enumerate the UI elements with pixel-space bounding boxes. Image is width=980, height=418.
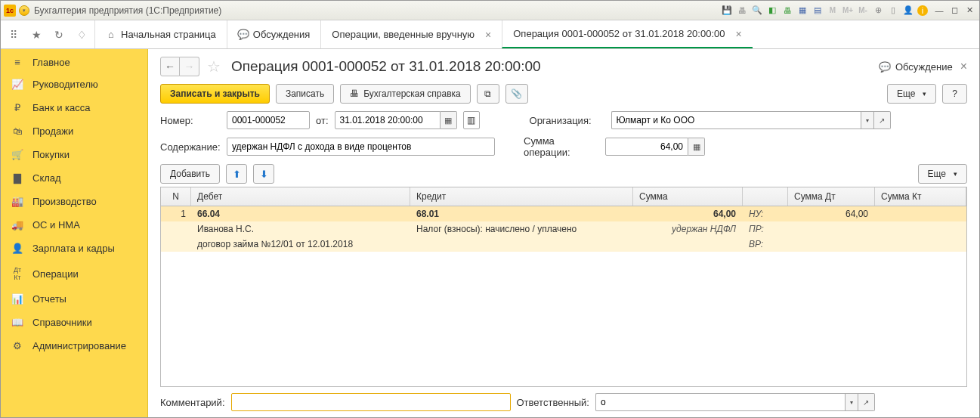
comment-label: Комментарий: — [160, 397, 225, 408]
sidebar-item-warehouse[interactable]: ▇Склад — [1, 166, 147, 190]
sidebar-item-catalogs[interactable]: 📖Справочники — [1, 311, 147, 334]
sidebar-item-label: ОС и НМА — [32, 219, 80, 231]
nav-forward-button[interactable]: → — [180, 57, 199, 76]
move-down-button[interactable]: ⬇ — [253, 164, 274, 184]
person-icon: 👤 — [11, 243, 23, 254]
open-ref-icon[interactable]: ↗ — [858, 393, 875, 411]
calc-icon[interactable]: ▦ — [796, 5, 808, 17]
close-icon[interactable]: × — [485, 29, 491, 41]
table-row[interactable]: договор займа №12/01 от 12.01.2018 ВР: — [161, 237, 966, 252]
entries-grid: N Дебет Кредит Сумма Сумма Дт Сумма Кт 1… — [160, 187, 967, 387]
compare-icon[interactable]: ◧ — [766, 5, 778, 17]
print2-icon[interactable]: 🖶 — [781, 5, 793, 17]
sidebar-item-reports[interactable]: 📊Отчеты — [1, 287, 147, 311]
user-icon[interactable]: 👤 — [902, 5, 914, 17]
titlebar: 1c ▾ Бухгалтерия предприятия (1С:Предпри… — [1, 1, 979, 20]
maximize-button[interactable]: ◻ — [948, 5, 961, 16]
table-more-button[interactable]: Еще — [918, 164, 967, 184]
more-button[interactable]: Еще — [887, 84, 936, 104]
help-button[interactable]: ? — [942, 84, 967, 104]
print-ref-button[interactable]: 🖶Бухгалтерская справка — [340, 84, 471, 104]
col-flags[interactable] — [743, 187, 788, 206]
number-field[interactable] — [227, 111, 310, 129]
app-logo-icon: 1c — [4, 5, 16, 17]
table-row[interactable]: 1 66.04 68.01 64,00 НУ: 64,00 — [161, 206, 966, 221]
sidebar-item-admin[interactable]: ⚙Администрирование — [1, 334, 147, 358]
table-row[interactable]: Иванова Н.С. Налог (взносы): начислено /… — [161, 221, 966, 237]
zoom-icon[interactable]: ⊕ — [872, 5, 884, 17]
close-window-button[interactable]: ✕ — [963, 5, 976, 16]
cell-sum: 64,00 — [633, 206, 743, 221]
preview-icon[interactable]: 🔍 — [751, 5, 763, 17]
chart-icon: 📈 — [11, 79, 23, 90]
panels-icon[interactable]: ▯ — [887, 5, 899, 17]
cell-deb-acct: 66.04 — [191, 206, 410, 221]
col-credit[interactable]: Кредит — [410, 187, 633, 206]
save-button[interactable]: Записать — [276, 84, 334, 104]
tab-discussions[interactable]: 💬 Обсуждения — [227, 20, 321, 48]
favorite-star-icon[interactable]: ☆ — [207, 57, 224, 76]
col-debit[interactable]: Дебет — [191, 187, 410, 206]
app-menu-dropdown[interactable]: ▾ — [19, 5, 29, 16]
date-field[interactable] — [335, 111, 441, 129]
sidebar-item-hr[interactable]: 👤Зарплата и кадры — [1, 237, 147, 260]
sidebar-item-operations[interactable]: ДтКтОперации — [1, 260, 147, 287]
calc-icon[interactable]: ▦ — [688, 138, 705, 156]
tab-manual-ops[interactable]: Операции, введенные вручную × — [320, 20, 502, 48]
home-icon: ⌂ — [106, 29, 116, 40]
calendar-icon[interactable]: ▦ — [441, 111, 457, 129]
add-row-button[interactable]: Добавить — [160, 164, 220, 184]
mem-mminus[interactable]: M- — [857, 5, 869, 17]
sum-field[interactable] — [605, 138, 688, 156]
close-icon[interactable]: × — [735, 28, 741, 40]
sidebar-item-sales[interactable]: 🛍Продажи — [1, 119, 147, 143]
gear-icon: ⚙ — [11, 340, 23, 351]
attach-button[interactable]: 📎 — [505, 84, 528, 104]
content-field[interactable] — [227, 138, 495, 156]
responsible-field[interactable] — [595, 393, 845, 411]
sidebar-item-manager[interactable]: 📈Руководителю — [1, 73, 147, 96]
calendar-icon[interactable]: ▤ — [812, 5, 824, 17]
tree-icon: ⧉ — [484, 88, 491, 99]
col-sum[interactable]: Сумма — [633, 187, 743, 206]
apps-icon[interactable]: ⠿ — [7, 28, 20, 42]
sidebar-item-assets[interactable]: 🚚ОС и НМА — [1, 213, 147, 237]
minimize-button[interactable]: — — [932, 5, 946, 16]
print-icon[interactable]: 🖶 — [736, 5, 748, 17]
sidebar-toggle[interactable]: ≡Главное — [1, 52, 147, 73]
col-sumkt[interactable]: Сумма Кт — [875, 187, 966, 206]
comment-field[interactable] — [231, 393, 511, 411]
tab-home[interactable]: ⌂ Начальная страница — [94, 20, 227, 48]
menu-icon: ≡ — [11, 57, 23, 68]
info-icon[interactable]: i — [917, 5, 928, 16]
save-icon[interactable]: 💾 — [721, 5, 733, 17]
mem-mplus[interactable]: M+ — [842, 5, 854, 17]
cell-note: удержан НДФЛ — [633, 221, 743, 237]
org-field[interactable] — [611, 111, 861, 129]
history-icon[interactable]: ↻ — [52, 28, 66, 42]
notifications-icon[interactable]: ♢ — [75, 28, 88, 42]
save-close-button[interactable]: Записать и закрыть — [160, 84, 270, 104]
discussion-link[interactable]: 💬 Обсуждение — [879, 61, 953, 73]
cell-sumkt — [875, 237, 966, 252]
move-up-button[interactable]: ⬆ — [226, 164, 247, 184]
col-n[interactable]: N — [161, 187, 191, 206]
open-ref-icon[interactable]: ↗ — [874, 111, 891, 129]
structure-button[interactable]: ⧉ — [477, 84, 499, 104]
printer-icon: 🖶 — [350, 88, 359, 99]
chevron-down-icon[interactable]: ▾ — [861, 111, 874, 129]
tab-current[interactable]: Операция 0001-000052 от 31.01.2018 20:00… — [502, 20, 752, 48]
mem-m[interactable]: M — [827, 5, 839, 17]
col-sumdt[interactable]: Сумма Дт — [788, 187, 875, 206]
cell-sumkt — [875, 206, 966, 221]
paperclip-icon: 📎 — [511, 88, 522, 99]
nav-back-button[interactable]: ← — [160, 57, 180, 76]
sidebar-item-purchases[interactable]: 🛒Покупки — [1, 143, 147, 166]
chevron-down-icon[interactable]: ▾ — [845, 393, 858, 411]
mode-button[interactable]: ▥ — [463, 111, 480, 129]
sidebar-item-production[interactable]: 🏭Производство — [1, 190, 147, 213]
sidebar-item-bank[interactable]: ₽Банк и касса — [1, 96, 147, 119]
close-page-button[interactable]: × — [960, 60, 967, 73]
favorite-icon[interactable]: ★ — [29, 28, 43, 42]
tab-current-label: Операция 0001-000052 от 31.01.2018 20:00… — [513, 28, 725, 39]
